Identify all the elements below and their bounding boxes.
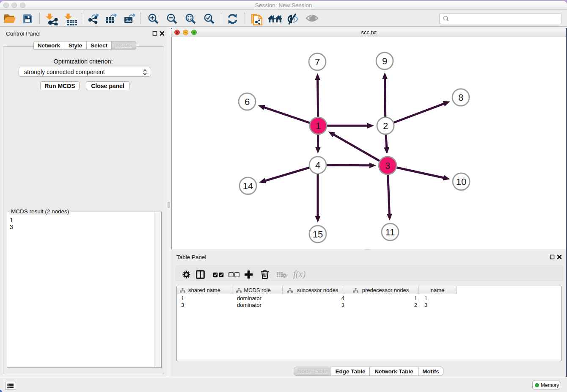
svg-text:7: 7 <box>315 57 320 67</box>
svg-text:9: 9 <box>382 56 387 66</box>
svg-text:1: 1 <box>316 121 321 131</box>
svg-text:8: 8 <box>458 92 463 103</box>
svg-text:6: 6 <box>245 97 250 107</box>
svg-text:11: 11 <box>385 227 395 237</box>
svg-text:10: 10 <box>456 177 466 187</box>
svg-text:14: 14 <box>243 181 253 191</box>
svg-text:2: 2 <box>383 121 388 131</box>
svg-text:3: 3 <box>385 160 390 171</box>
svg-text:15: 15 <box>313 229 323 240</box>
svg-text:4: 4 <box>315 160 320 171</box>
